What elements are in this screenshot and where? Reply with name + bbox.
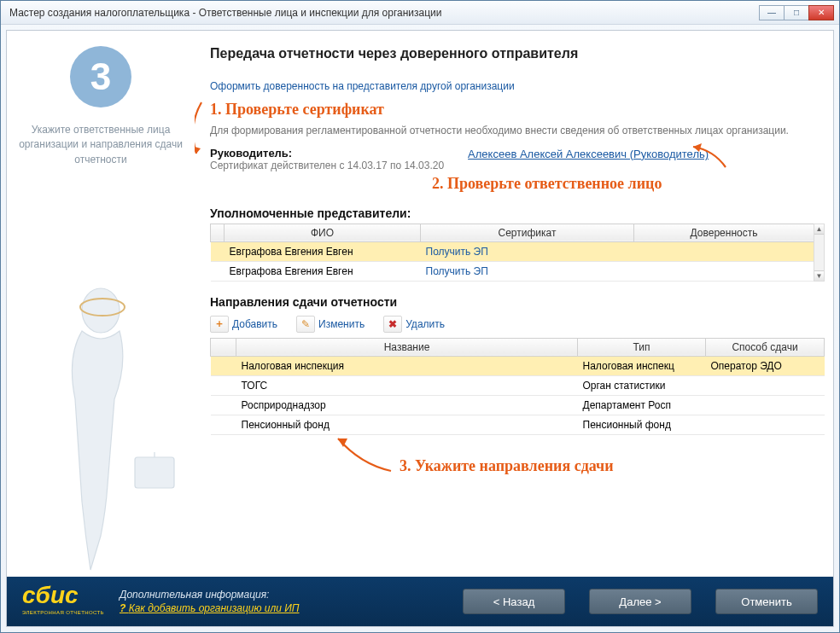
dirs-col-marker[interactable] [211,338,236,356]
decorative-figure [15,270,186,577]
delete-button[interactable]: ✖ Удалить [383,316,445,333]
wizard-main: Передача отчетности через доверенного от… [195,31,833,577]
table-row[interactable]: Налоговая инспекцияНалоговая инспекцОпер… [211,356,825,375]
dirs-table: Название Тип Способ сдачи Налоговая инсп… [210,338,825,435]
annotation-3: 3. Укажите направления сдачи [400,457,614,475]
reps-heading: Уполномоченные представители: [210,206,814,220]
reps-table: ФИО Сертификат Доверенность Евграфова Ев… [210,224,814,282]
table-row[interactable]: Пенсионный фондПенсионный фонд [211,415,825,434]
dirs-toolbar: ＋ Добавить ✎ Изменить ✖ Удалить [210,316,814,333]
close-button[interactable]: ✕ [808,5,834,20]
pencil-icon: ✎ [296,316,315,333]
wizard-body: 3 Укажите ответственные лица организации… [6,30,834,627]
annotation-1: 1. Проверьте сертификат [210,101,814,119]
table-row[interactable]: Евграфова Евгения Евген Получить ЭП [211,261,814,281]
svg-point-0 [82,288,120,333]
edit-button[interactable]: ✎ Изменить [296,316,365,333]
get-cert-link[interactable]: Получить ЭП [426,246,488,258]
certificate-validity: Сертификат действителен с 14.03.17 по 14… [210,160,444,171]
annotation-2: 2. Проверьте ответственное лицо [432,175,814,193]
rep-fio: Евграфова Евгения Евген [225,241,421,261]
reps-col-cert[interactable]: Сертификат [421,224,634,241]
table-row[interactable]: ТОГСОрган статистики [211,375,825,395]
footer-info: Дополнительная информация: Как добавить … [120,588,439,615]
wizard-sidebar: 3 Укажите ответственные лица организации… [7,31,195,577]
step-number-badge: 3 [70,46,131,107]
create-poa-link[interactable]: Оформить доверенность на представителя д… [210,80,515,92]
svg-rect-1 [135,457,174,488]
next-button[interactable]: Далее > [589,589,691,614]
dirs-col-name[interactable]: Название [236,338,578,356]
page-title: Передача отчетности через доверенного от… [210,46,814,61]
scroll-down-icon[interactable]: ▼ [814,270,824,281]
wizard-footer: сбис ЭЛЕКТРОННАЯ ОТЧЕТНОСТЬ Дополнительн… [7,577,833,626]
reps-col-poa[interactable]: Доверенность [634,224,814,241]
reps-col-fio[interactable]: ФИО [225,224,421,241]
plus-icon: ＋ [210,316,229,333]
cancel-button[interactable]: Отменить [715,589,818,614]
back-button[interactable]: < Назад [463,589,565,614]
help-link[interactable]: Как добавить организацию или ИП [120,602,300,614]
get-cert-link[interactable]: Получить ЭП [426,265,488,277]
dirs-col-method[interactable]: Способ сдачи [706,338,825,356]
cross-icon: ✖ [383,316,402,333]
rep-fio: Евграфова Евгения Евген [225,261,421,281]
table-row[interactable]: РосприроднадзорДепартамент Росп [211,395,825,415]
minimize-button[interactable]: — [759,5,785,20]
step-hint: Укажите ответственные лица организации и… [17,123,184,167]
table-row[interactable]: Евграфова Евгения Евген Получить ЭП [211,241,814,261]
scroll-up-icon[interactable]: ▲ [814,224,824,235]
reps-col-marker[interactable] [211,224,225,241]
app-window: Мастер создания налогоплательщика - Отве… [0,0,840,633]
logo: сбис ЭЛЕКТРОННАЯ ОТЧЕТНОСТЬ [22,586,104,617]
reps-scrollbar[interactable]: ▲ ▼ [814,224,825,282]
add-button[interactable]: ＋ Добавить [210,316,277,333]
manager-person-link[interactable]: Алексеев Алексей Алексеевич (Руководител… [468,148,709,160]
maximize-button[interactable]: □ [784,5,809,20]
dirs-heading: Направления сдачи отчетности [210,295,814,309]
manager-label: Руководитель: [210,147,444,160]
titlebar: Мастер создания налогоплательщика - Отве… [1,1,839,25]
dirs-col-type[interactable]: Тип [578,338,706,356]
window-title: Мастер создания налогоплательщика - Отве… [6,7,760,19]
info-text: Для формирования регламентированной отче… [210,124,814,138]
